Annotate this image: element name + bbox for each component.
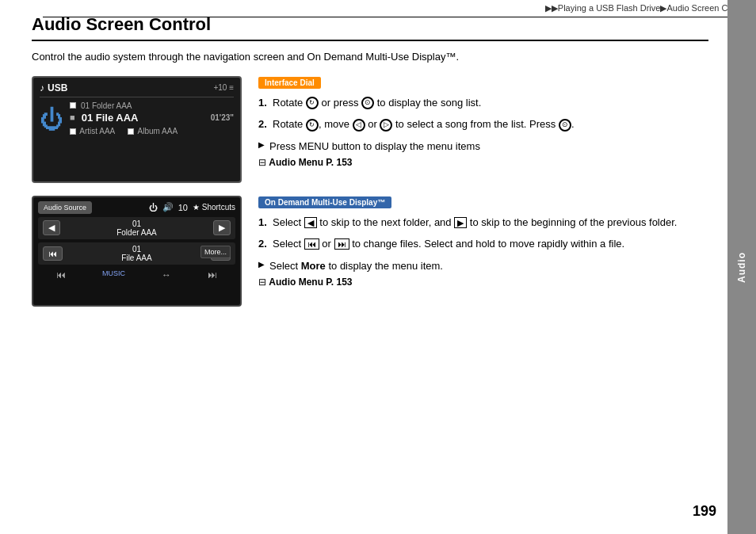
folder-row: 01 Folder AAA bbox=[70, 101, 234, 110]
album-col: Album AAA bbox=[128, 127, 178, 135]
rotate-icon-2: ↻ bbox=[306, 119, 319, 132]
press-menu-text: Press MENU button to display the menu it… bbox=[269, 140, 480, 152]
od-file-num: 01 bbox=[63, 245, 211, 254]
od-icon-prev[interactable]: ⏮ bbox=[56, 269, 66, 280]
audio-menu-ref-1: Audio Menu P. 153 bbox=[258, 157, 708, 168]
step-1: 1. Rotate ↻ or press ⊙ to display the so… bbox=[258, 95, 708, 111]
menu-arrow-item: Press MENU button to display the menu it… bbox=[258, 139, 708, 154]
od-prev-folder-btn[interactable]: ◀ bbox=[43, 220, 60, 235]
rotate-icon-1: ↻ bbox=[306, 97, 319, 109]
od-step-2-num: 2. bbox=[258, 236, 267, 252]
audio-menu-ref-2: Audio Menu P. 153 bbox=[258, 277, 708, 288]
press-icon-2: ⊙ bbox=[559, 119, 571, 132]
od-icon-shuffle[interactable]: ↔ bbox=[162, 269, 171, 280]
od-folder-row: ◀ 01 Folder AAA ▶ bbox=[38, 217, 235, 239]
od-file-label: File AAA bbox=[63, 254, 211, 262]
right-sidebar: Audio bbox=[727, 0, 756, 534]
bottom-section: Audio Source ⏻ 🔊 10 ★ Shortcuts ◀ 01 Fol… bbox=[32, 196, 708, 307]
usb-icon-od: ⏻ bbox=[149, 203, 158, 212]
od-next-icon: ▶ bbox=[454, 217, 467, 228]
step-2-num: 2. bbox=[258, 116, 267, 132]
usb-screen-container: ♪ USB +10 ≡ ⏻ 01 Folder AAA bbox=[32, 76, 246, 183]
usb-screen: ♪ USB +10 ≡ ⏻ 01 Folder AAA bbox=[32, 76, 242, 183]
right-icon: ▷ bbox=[380, 119, 392, 132]
album-cb bbox=[128, 128, 134, 135]
shortcuts-btn[interactable]: ★ Shortcuts bbox=[193, 203, 235, 212]
volume-icon: 🔊 bbox=[162, 202, 174, 212]
left-icon: ◁ bbox=[353, 119, 365, 132]
file-time: 01'23" bbox=[211, 113, 234, 122]
od-folder-center: 01 Folder AAA bbox=[60, 219, 213, 237]
od-step-2: 2. Select ⏮ or ⏭ to change files. Select… bbox=[258, 236, 708, 252]
od-file-row: ⏮ 01 File AAA ⏭ More... bbox=[38, 242, 235, 265]
od-music-label: MUSIC bbox=[102, 269, 125, 280]
artist-cb bbox=[70, 128, 76, 135]
od-rew-icon: ⏮ bbox=[304, 238, 319, 250]
od-prev-file-btn[interactable]: ⏮ bbox=[43, 246, 63, 261]
od-step-1: 1. Select ◀ to skip to the next folder, … bbox=[258, 215, 708, 231]
od-folder-label: Folder AAA bbox=[60, 228, 213, 237]
music-icon: ♪ bbox=[40, 82, 44, 93]
od-next-folder-btn[interactable]: ▶ bbox=[213, 220, 231, 235]
page-number: 199 bbox=[693, 503, 716, 520]
od-top-icons: ⏻ 🔊 10 ★ Shortcuts bbox=[149, 202, 235, 212]
sidebar-label: Audio bbox=[736, 252, 747, 283]
intro-text: Control the audio system through the nav… bbox=[32, 49, 708, 65]
artist-col: Artist AAA bbox=[70, 127, 115, 135]
meta-row: Artist AAA Album AAA bbox=[70, 127, 234, 135]
top-section: ♪ USB +10 ≡ ⏻ 01 Folder AAA bbox=[32, 76, 708, 183]
od-prev-icon: ◀ bbox=[304, 217, 317, 228]
on-demand-section: On Demand Multi-Use Display™ 1. Select ◀… bbox=[258, 196, 708, 307]
od-icon-next[interactable]: ⏭ bbox=[208, 269, 217, 280]
step-2: 2. Rotate ↻, move ◁ or ▷ to select a son… bbox=[258, 116, 708, 132]
on-demand-label: On Demand Multi-Use Display™ bbox=[258, 196, 391, 208]
usb-counter: +10 ≡ bbox=[213, 83, 234, 92]
file-bullet: ■ bbox=[70, 113, 75, 122]
file-name: 01 File AAA bbox=[82, 112, 139, 124]
folder-checkbox bbox=[70, 102, 76, 109]
press-icon-1: ⊙ bbox=[361, 97, 374, 109]
on-demand-steps: 1. Select ◀ to skip to the next folder, … bbox=[258, 215, 708, 252]
od-folder-num: 01 bbox=[60, 219, 213, 228]
current-file-row: ■ 01 File AAA 01'23" bbox=[70, 112, 234, 124]
od-fwd-icon: ⏭ bbox=[334, 238, 349, 250]
od-screen-container: Audio Source ⏻ 🔊 10 ★ Shortcuts ◀ 01 Fol… bbox=[32, 196, 246, 307]
volume-level: 10 bbox=[178, 203, 188, 212]
od-more-btn[interactable]: More... bbox=[200, 246, 231, 258]
usb-title: USB bbox=[48, 82, 67, 93]
main-content: Audio Screen Control Control the audio s… bbox=[0, 0, 727, 534]
step-1-num: 1. bbox=[258, 95, 267, 111]
folder-name: 01 Folder AAA bbox=[81, 101, 132, 110]
interface-dial-label: Interface Dial bbox=[258, 77, 321, 89]
od-step-1-num: 1. bbox=[258, 215, 267, 231]
ref-1-text: Audio Menu P. 153 bbox=[269, 157, 352, 168]
audio-source-btn[interactable]: Audio Source bbox=[38, 201, 92, 214]
more-arrow-item: Select More to display the menu item. bbox=[258, 258, 708, 274]
usb-plug-icon: ⏻ bbox=[40, 106, 63, 133]
interface-dial-steps: 1. Rotate ↻ or press ⊙ to display the so… bbox=[258, 95, 708, 132]
od-file-center: 01 File AAA bbox=[63, 245, 211, 262]
album-name: Album AAA bbox=[137, 127, 178, 135]
interface-dial-section: Interface Dial 1. Rotate ↻ or press ⊙ to… bbox=[258, 76, 708, 183]
artist-name: Artist AAA bbox=[79, 127, 115, 135]
more-bold: More bbox=[301, 260, 326, 272]
page-title: Audio Screen Control bbox=[32, 14, 708, 41]
od-screen: Audio Source ⏻ 🔊 10 ★ Shortcuts ◀ 01 Fol… bbox=[32, 196, 242, 307]
ref-2-text: Audio Menu P. 153 bbox=[269, 277, 352, 288]
